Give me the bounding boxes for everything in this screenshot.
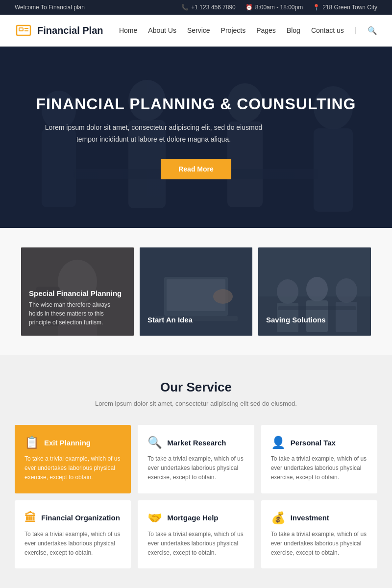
exit-planning-icon: 📋 — [24, 436, 39, 449]
top-bar: Welcome To Financial plan 📞 +1 123 456 7… — [0, 0, 392, 15]
personal-tax-icon: 👤 — [271, 436, 286, 449]
logo-icon — [15, 22, 32, 39]
logo-text: Financial Plan — [37, 25, 103, 36]
card-2-overlay: Start An Idea — [140, 247, 252, 336]
nav-blog[interactable]: Blog — [287, 26, 300, 34]
hero-title: FINANCIAL PLANNING & COUNSULTING — [36, 95, 356, 113]
header: Financial Plan Home About Us Service Pro… — [0, 15, 392, 47]
service-desc-1: To take a trivial example, which of us e… — [24, 454, 121, 483]
financial-org-icon: 🏛 — [24, 511, 36, 525]
top-bar-welcome: Welcome To Financial plan — [15, 4, 85, 11]
service-card-1[interactable]: 📋 Exit Planning To take a trivial exampl… — [15, 425, 131, 493]
location-icon: 📍 — [313, 4, 320, 11]
feature-card-2[interactable]: Start An Idea — [140, 247, 252, 336]
logo[interactable]: Financial Plan — [15, 22, 103, 39]
card-3-title: Saving Solutions — [266, 316, 363, 324]
address-info: 📍 218 Green Town City — [313, 4, 377, 11]
service-section: Our Service Lorem ipsum dolor sit amet, … — [0, 355, 392, 588]
market-research-icon: 🔍 — [147, 436, 162, 449]
nav-home[interactable]: Home — [119, 26, 137, 34]
service-subtitle: Lorem ipsum dolor sit amet, consectetur … — [15, 400, 377, 407]
mortgage-help-icon: 🤝 — [147, 511, 162, 525]
search-button[interactable]: 🔍 — [368, 26, 377, 35]
clock-icon: ⏰ — [245, 4, 253, 11]
service-desc-3: To take a trivial example, which of us e… — [271, 454, 368, 483]
feature-cards: Special Financial Planning The wise man … — [0, 228, 392, 355]
service-card-2[interactable]: 🔍 Market Research To take a trivial exam… — [138, 425, 254, 493]
service-card-6[interactable]: 💰 Investment To take a trivial example, … — [261, 500, 377, 569]
card-2-title: Start An Idea — [147, 316, 245, 324]
card-1-desc: The wise man therefore always holds in t… — [29, 300, 126, 327]
hero-content: FINANCIAL PLANNING & COUNSULTING Lorem i… — [36, 95, 356, 180]
phone-icon: 📞 — [181, 4, 189, 11]
service-header: Our Service Lorem ipsum dolor sit amet, … — [15, 380, 377, 407]
service-card-3[interactable]: 👤 Personal Tax To take a trivial example… — [261, 425, 377, 493]
feature-card-1[interactable]: Special Financial Planning The wise man … — [21, 247, 134, 336]
service-card-5[interactable]: 🤝 Mortgage Help To take a trivial exampl… — [138, 500, 254, 569]
service-desc-6: To take a trivial example, which of us e… — [271, 530, 368, 558]
service-desc-5: To take a trivial example, which of us e… — [147, 530, 244, 558]
phone-info: 📞 +1 123 456 7890 — [181, 4, 235, 11]
nav-service[interactable]: Service — [187, 26, 210, 34]
nav-projects[interactable]: Projects — [221, 26, 246, 34]
card-3-overlay: Saving Solutions — [258, 247, 371, 336]
hero-subtitle: Lorem ipsum dolor sit amet, consectetur … — [36, 122, 271, 146]
investment-icon: 💰 — [271, 511, 286, 525]
svg-rect-1 — [19, 28, 23, 31]
top-bar-info: 📞 +1 123 456 7890 ⏰ 8:00am - 18:00pm 📍 2… — [181, 4, 377, 11]
hours-info: ⏰ 8:00am - 18:00pm — [245, 4, 303, 11]
hero-section: FINANCIAL PLANNING & COUNSULTING Lorem i… — [0, 47, 392, 228]
services-grid: 📋 Exit Planning To take a trivial exampl… — [15, 425, 377, 568]
feature-card-3[interactable]: Saving Solutions — [258, 247, 371, 336]
service-card-4[interactable]: 🏛 Financial Organization To take a trivi… — [15, 500, 131, 569]
card-1-overlay: Special Financial Planning The wise man … — [21, 247, 134, 336]
service-desc-2: To take a trivial example, which of us e… — [147, 454, 244, 483]
nav-pages[interactable]: Pages — [256, 26, 276, 34]
hero-cta-button[interactable]: Read More — [161, 159, 231, 179]
card-1-title: Special Financial Planning — [29, 289, 126, 297]
main-nav: Home About Us Service Projects Pages Blo… — [119, 26, 377, 35]
service-title: Our Service — [15, 380, 377, 395]
service-desc-4: To take a trivial example, which of us e… — [24, 530, 121, 558]
nav-about[interactable]: About Us — [148, 26, 176, 34]
nav-contact[interactable]: Contact us — [311, 26, 344, 34]
